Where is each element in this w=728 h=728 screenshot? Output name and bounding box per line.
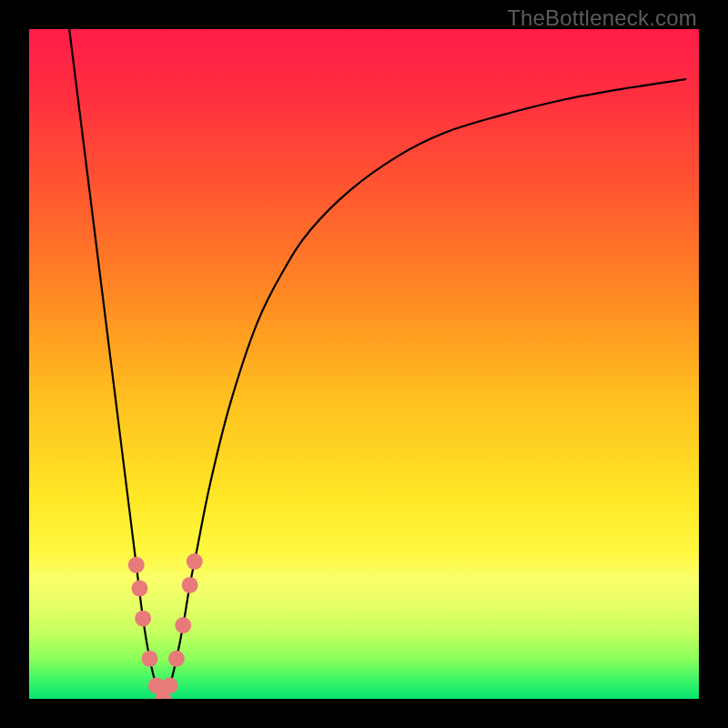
watermark-text: TheBottleneck.com: [507, 5, 697, 31]
data-marker: [135, 611, 151, 627]
data-marker: [175, 617, 191, 633]
data-marker: [162, 677, 178, 693]
bottleneck-curve-line: [69, 29, 685, 699]
data-marker: [182, 577, 198, 593]
data-marker: [141, 651, 157, 667]
data-marker: [128, 557, 145, 573]
plot-area: [29, 29, 699, 699]
data-marker: [131, 581, 147, 597]
data-marker: [168, 651, 185, 667]
chart-svg: [29, 29, 699, 699]
chart-frame: TheBottleneck.com: [0, 0, 728, 728]
data-marker: [187, 553, 203, 570]
